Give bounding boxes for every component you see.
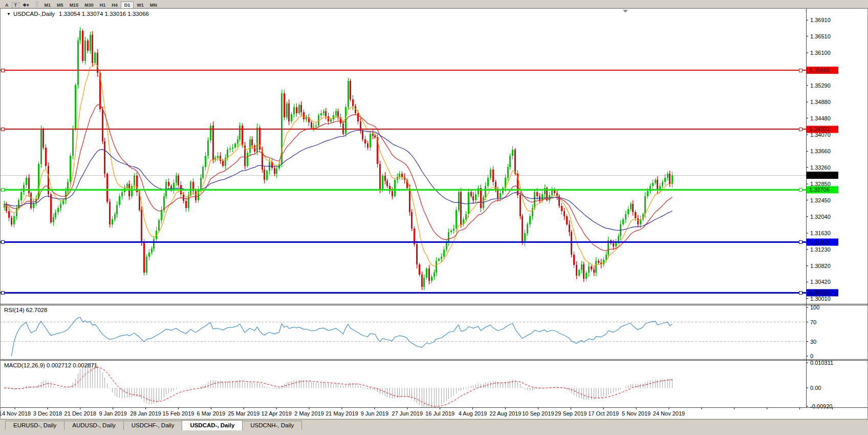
candle-body (146, 257, 147, 273)
candle-body (109, 202, 111, 224)
candle-body (419, 264, 420, 275)
candle-body (490, 170, 491, 178)
timeframe-button-w1[interactable]: W1 (134, 2, 147, 8)
candle-body (55, 212, 56, 217)
line-handle[interactable] (1, 291, 4, 294)
line-handle[interactable] (799, 241, 802, 244)
candle-body (458, 192, 460, 210)
toolbar-grip[interactable] (36, 1, 38, 7)
chart-tab-eurusd[interactable]: EURUSD-, Daily (5, 421, 64, 430)
candle-body (514, 150, 516, 174)
candle-body (583, 264, 584, 279)
price-tick-label: 1.34480 (810, 115, 831, 121)
line-handle[interactable] (1, 69, 4, 72)
line-handle[interactable] (799, 69, 802, 72)
candle-body (300, 105, 302, 112)
timeframe-button-m1[interactable]: M1 (41, 2, 54, 8)
candle-body (588, 266, 590, 273)
candle-body (102, 109, 103, 141)
candle-body (367, 143, 368, 148)
cursor-tool-dropdown[interactable]: ❖▾ (19, 2, 32, 8)
candle-body (595, 261, 597, 273)
candle-body (42, 130, 44, 148)
candle-body (622, 219, 624, 224)
candle-body (519, 195, 521, 216)
candle-body (625, 214, 626, 219)
candle-body (364, 139, 366, 143)
candle-body (492, 170, 494, 182)
candle-body (94, 53, 96, 63)
date-tick-label: 9 Jan 2019 (99, 410, 126, 417)
text-label-tool-button[interactable]: T (12, 2, 20, 8)
candle-body (284, 93, 285, 117)
chart-tab-usdcad[interactable]: USDCAD-, Daily (182, 420, 243, 430)
line-handle[interactable] (799, 188, 802, 191)
candle-body (330, 119, 332, 121)
date-tick-label: 29 Sep 2019 (555, 410, 587, 417)
candle-body (384, 176, 386, 181)
candle-body (411, 212, 413, 228)
date-tick-label: 22 Aug 2019 (490, 410, 522, 417)
candle-body (544, 188, 546, 194)
chart-tab-usdcnh[interactable]: USDCNH-, Daily (242, 421, 302, 430)
line-handle[interactable] (1, 128, 4, 131)
candle-body (399, 174, 400, 177)
chart-tab-usdchf[interactable]: USDCHF-, Daily (123, 421, 183, 430)
timeframe-button-m5[interactable]: M5 (54, 2, 67, 8)
candle-body (227, 150, 228, 158)
font-tool-button[interactable]: A (2, 2, 12, 8)
candle-body (500, 193, 501, 198)
line-handle[interactable] (799, 291, 802, 294)
candle-body (320, 113, 322, 115)
candle-body (45, 148, 47, 165)
candle-body (397, 177, 398, 180)
rsi-tick-label: 30 (810, 339, 816, 345)
candle-body (112, 219, 113, 224)
candle-body (627, 209, 629, 214)
candle-body (541, 194, 543, 200)
candle-body (57, 208, 59, 212)
candle-body (286, 103, 288, 118)
candle-body (370, 134, 371, 148)
timeframe-button-h4[interactable]: H4 (108, 2, 121, 8)
candle-body (23, 185, 25, 192)
price-tick-label: 1.31630 (810, 230, 831, 236)
candle-body (581, 264, 582, 270)
chart-tab-audusd[interactable]: AUDUSD-, Daily (64, 421, 123, 430)
candle-body (13, 216, 15, 224)
timeframe-button-m15[interactable]: M15 (67, 2, 82, 8)
timeframe-button-m30[interactable]: M30 (81, 2, 97, 8)
candle-body (176, 176, 177, 183)
candle-body (497, 190, 498, 198)
timeframe-button-h1[interactable]: H1 (97, 2, 109, 8)
candle-body (293, 107, 295, 114)
candle-body (220, 156, 221, 161)
candle-body (212, 126, 214, 160)
candle-body (485, 186, 486, 197)
date-tick-label: 14 Nov 2018 (0, 410, 31, 417)
price-tick-label: 1.35290 (810, 82, 831, 89)
candle-body (433, 273, 435, 277)
candle-body (563, 211, 565, 216)
line-handle[interactable] (1, 241, 4, 244)
chart-tabbar: EURUSD-, DailyAUDUSD-, DailyUSDCHF-, Dai… (0, 419, 868, 435)
candle-body (161, 210, 162, 220)
candle-body (335, 111, 337, 115)
candle-body (495, 182, 496, 190)
candle-body (561, 206, 562, 211)
line-handle[interactable] (799, 128, 802, 131)
candle-body (480, 188, 482, 208)
chart-canvas[interactable]: 1.369101.365101.361001.352901.348801.344… (0, 8, 868, 419)
candle-body (256, 128, 258, 152)
candle-body (644, 196, 646, 214)
candle-body (288, 103, 290, 121)
candle-body (409, 188, 410, 212)
candle-body (217, 156, 219, 158)
candle-body (662, 182, 663, 186)
line-handle[interactable] (1, 188, 4, 191)
candle-body (298, 105, 300, 113)
candle-body (264, 170, 265, 180)
price-tick-label: 1.33660 (810, 148, 831, 154)
timeframe-button-mn[interactable]: MN (147, 2, 160, 8)
timeframe-button-d1[interactable]: D1 (121, 2, 134, 9)
